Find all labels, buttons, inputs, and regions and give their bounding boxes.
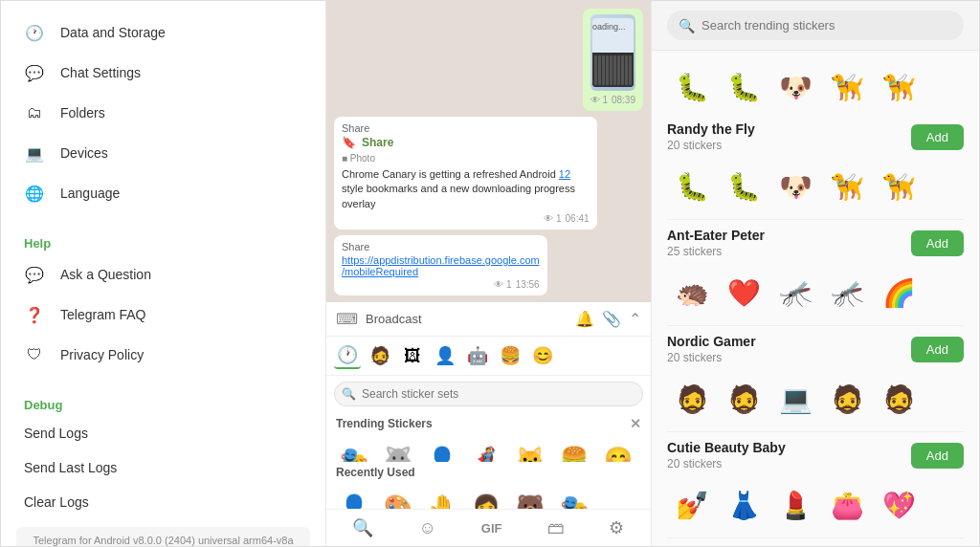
pack-sticker-ant-eater-peter-0[interactable]: 🦔	[667, 268, 717, 317]
pack-sticker-ant-eater-peter-4[interactable]: 🌈	[874, 268, 924, 317]
sticker-recent-1[interactable]: 👤	[334, 487, 374, 510]
sticker-tab-5[interactable]: 🍔	[497, 342, 523, 369]
sticker-tab-6[interactable]: 😊	[529, 342, 556, 369]
sticker-recent-6[interactable]: 🎭	[554, 487, 594, 510]
add-pack-btn-randy-fly[interactable]: Add	[911, 124, 964, 150]
sticker-search-input[interactable]	[334, 382, 643, 406]
pack-sticker-randy-fly-3[interactable]: 🦮	[822, 162, 872, 211]
sticker-tab-3[interactable]: 👤	[432, 342, 458, 369]
bell-icon[interactable]: 🔔	[575, 310, 594, 328]
pack-sticker-nordic-gamer-2[interactable]: 💻	[770, 374, 820, 424]
sticker-tab-1[interactable]: 🧔	[367, 342, 393, 369]
sidebar-item-telegram-faq[interactable]: ❓Telegram FAQ	[1, 295, 325, 335]
add-pack-btn-cutie-beauty-baby[interactable]: Add	[911, 443, 964, 469]
sticker-recent-4[interactable]: 👩	[466, 487, 506, 510]
sticker-bottom-bar: 🔍 ☺ GIF 🗃 ⚙	[326, 509, 651, 546]
chevron-up-icon[interactable]: ⌃	[629, 310, 641, 328]
sidebar-item-language[interactable]: 🌐Language	[1, 173, 325, 213]
sticker-trending-1[interactable]: 🎭	[334, 439, 374, 462]
sticker-recent-3[interactable]: 🤚	[422, 487, 462, 510]
add-pack-btn-nordic-gamer[interactable]: Add	[911, 337, 964, 362]
data-storage-label: Data and Storage	[60, 25, 166, 40]
debug-item-send-last-logs[interactable]: Send Last Logs	[1, 450, 325, 485]
sidebar-item-ask-question[interactable]: 💬Ask a Question	[1, 254, 325, 295]
emoji-btn[interactable]: ☺	[411, 514, 443, 542]
pack-sticker-ant-eater-peter-2[interactable]: 🦟	[770, 268, 820, 317]
trending-sticker-grid: 🎭 🐺 👤 🦸 🐱 🍔 😊	[326, 435, 651, 462]
gif-btn[interactable]: GIF	[474, 517, 510, 539]
pack-info-ant-eater-peter: Ant-Eater Peter 25 stickers	[667, 228, 900, 258]
ask-question-icon: 💬	[24, 264, 45, 285]
chat-messages: Downloading... 👁 108:39 Share 🔖Share ■ P…	[326, 1, 651, 301]
sidebar-item-devices[interactable]: 💻Devices	[1, 133, 325, 173]
telegram-faq-label: Telegram FAQ	[60, 307, 145, 322]
emoji-search-btn[interactable]: 🔍	[345, 514, 381, 542]
sticker-search-icon: 🔍	[342, 387, 356, 401]
sidebar-item-data-storage[interactable]: 🕐Data and Storage	[1, 12, 325, 53]
top-sticker-1[interactable]: 🐛	[719, 62, 768, 112]
right-search-icon: 🔍	[679, 18, 695, 33]
sidebar-item-chat-settings[interactable]: 💬Chat Settings	[1, 53, 325, 93]
pack-sticker-cutie-beauty-baby-4[interactable]: 💖	[874, 480, 924, 530]
pack-sticker-nordic-gamer-3[interactable]: 🧔	[822, 374, 872, 424]
pack-sticker-randy-fly-1[interactable]: 🐛	[719, 162, 768, 211]
help-section-label: Help	[1, 229, 325, 254]
devices-label: Devices	[60, 145, 108, 161]
broadcast-label: Broadcast	[366, 312, 568, 326]
pack-item-nordic-gamer: Nordic Gamer 20 stickers Add	[652, 326, 979, 372]
sidebar-item-folders[interactable]: 🗂Folders	[1, 93, 325, 133]
message-share-1: Share 🔖Share ■ Photo Chrome Canary is ge…	[334, 117, 597, 230]
top-sticker-3[interactable]: 🦮	[822, 62, 872, 112]
share-label-1: Share	[342, 122, 590, 134]
right-search-input[interactable]	[667, 11, 964, 40]
add-pack-btn-ant-eater-peter[interactable]: Add	[911, 230, 964, 256]
debug-item-send-logs[interactable]: Send Logs	[1, 416, 325, 450]
sticker-recent-5[interactable]: 🐻	[510, 487, 550, 510]
top-sticker-2[interactable]: 🐶	[770, 62, 820, 112]
top-sticker-row: 🐛🐛🐶🦮🦮	[652, 58, 979, 114]
pack-sticker-nordic-gamer-0[interactable]: 🧔	[667, 374, 717, 424]
sticker-trending-4[interactable]: 🦸	[466, 439, 506, 462]
sticker-tab-2[interactable]: 🖼	[399, 342, 426, 369]
share-header-1: 🔖Share	[342, 136, 590, 149]
top-sticker-0[interactable]: 🐛	[667, 62, 717, 112]
sticker-tab-recent[interactable]: 🕐	[334, 342, 361, 369]
pack-sticker-ant-eater-peter-3[interactable]: 🦟	[822, 268, 872, 317]
pack-sticker-cutie-beauty-baby-1[interactable]: 👗	[719, 480, 768, 530]
pack-sticker-nordic-gamer-1[interactable]: 🧔	[719, 374, 768, 424]
sticker-tab-4[interactable]: 🤖	[464, 342, 491, 369]
pack-sticker-randy-fly-4[interactable]: 🦮	[874, 162, 924, 211]
settings-sticker-btn[interactable]: ⚙	[601, 514, 632, 542]
sticker-trending-2[interactable]: 🐺	[378, 439, 418, 462]
message-time-2: 👁 106:41	[342, 213, 590, 224]
pack-info-randy-fly: Randy the Fly 20 stickers	[667, 121, 900, 152]
sticker-trending-5[interactable]: 🐱	[510, 439, 550, 462]
attach-icon[interactable]: 📎	[602, 310, 621, 328]
right-search-bar: 🔍	[652, 1, 979, 51]
pack-sticker-cutie-beauty-baby-2[interactable]: 💄	[770, 480, 820, 530]
send-last-logs-label: Send Last Logs	[24, 460, 117, 475]
sticker-trending-7[interactable]: 😊	[598, 439, 638, 462]
telegram-faq-icon: ❓	[24, 304, 45, 325]
sidebar-item-privacy-policy[interactable]: 🛡Privacy Policy	[1, 335, 325, 375]
sticker-recent-2[interactable]: 🎨	[378, 487, 418, 510]
sticker-trending-3[interactable]: 👤	[422, 439, 462, 462]
share-link[interactable]: https://appdistribution.firebase.google.…	[342, 254, 540, 277]
debug-item-clear-logs[interactable]: Clear Logs	[1, 485, 325, 519]
left-settings-panel: 🕐Data and Storage💬Chat Settings🗂Folders💻…	[1, 1, 326, 546]
keyboard-icon[interactable]: ⌨	[336, 310, 358, 328]
sticker-trending-6[interactable]: 🍔	[554, 439, 594, 462]
pack-sticker-ant-eater-peter-1[interactable]: ❤️	[719, 268, 768, 317]
folders-label: Folders	[60, 105, 105, 120]
pack-item-randy-fly: Randy the Fly 20 stickers Add	[652, 114, 979, 160]
pack-sticker-nordic-gamer-4[interactable]: 🧔	[874, 374, 924, 424]
pack-sticker-randy-fly-0[interactable]: 🐛	[667, 162, 717, 211]
pack-sticker-randy-fly-2[interactable]: 🐶	[770, 162, 820, 211]
pack-sticker-cutie-beauty-baby-3[interactable]: 👛	[822, 480, 872, 530]
trending-close-btn[interactable]: ✕	[630, 416, 641, 431]
sticker-search-bar: 🔍	[326, 376, 651, 412]
pack-sticker-cutie-beauty-baby-0[interactable]: 💅	[667, 480, 717, 530]
sticker-panel: 🕐 🧔 🖼 👤 🤖 🍔 😊 🔍 Trending Stickers ✕ 🎭 🐺 …	[326, 336, 651, 546]
top-sticker-4[interactable]: 🦮	[874, 62, 924, 112]
sticker-btn[interactable]: 🗃	[540, 514, 572, 542]
